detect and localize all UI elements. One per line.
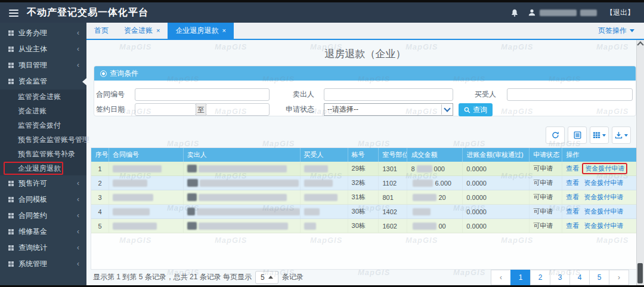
table-cell: 1 [91, 162, 109, 175]
chevron-left-icon: ‹ [77, 256, 79, 272]
sign-date-from-input[interactable] [135, 103, 196, 116]
next-page-button[interactable]: › [609, 270, 629, 285]
page-size-dropdown[interactable]: 5 [255, 271, 278, 284]
page-button-1[interactable]: 1 [510, 270, 531, 285]
sidebar-item-4[interactable]: 资金监管 [0, 73, 86, 90]
view-link[interactable]: 查看 [566, 221, 579, 230]
page-button-2[interactable]: 2 [530, 270, 550, 285]
bullet-circle-icon [100, 70, 107, 77]
fund-transfer-apply-link[interactable]: 资金拨付申请 [584, 207, 623, 216]
apply-status-label: 申请状态 [273, 103, 314, 116]
redacted-text [417, 165, 432, 172]
tab-close-icon[interactable]: × [156, 27, 160, 34]
table-cell [301, 176, 348, 190]
page-button-5[interactable]: 5 [589, 270, 609, 285]
bell-icon[interactable] [510, 8, 519, 17]
vertical-scrollbar[interactable] [636, 40, 644, 285]
table-row[interactable]: 331栋801200.0000可申请查看资金拨付申请 [91, 190, 637, 205]
sidebar-subitem-label: 监管资金进账 [18, 92, 61, 101]
table-cell: 5 [91, 219, 109, 233]
sidebar-item-14[interactable]: 维修基金‹ [0, 224, 86, 240]
scroll-up-arrow-icon[interactable] [637, 41, 643, 48]
page-button-3[interactable]: 3 [550, 270, 570, 285]
user-account[interactable] [528, 8, 597, 17]
sidebar-item-12[interactable]: 合同模板‹ [0, 192, 86, 208]
chevron-down-icon [624, 134, 628, 137]
prev-page-button[interactable]: ‹ [491, 270, 511, 285]
buyer-input[interactable] [507, 88, 633, 101]
sidebar-item-16[interactable]: 系统管理‹ [0, 256, 86, 272]
view-link[interactable]: 查看 [566, 207, 579, 216]
fund-transfer-apply-link[interactable]: 资金拨付申请 [584, 193, 623, 202]
page-title: 退房退款（企业） [86, 47, 644, 61]
select-arrow-icon [441, 104, 452, 115]
table-cell: 1402 [379, 205, 407, 218]
sidebar-subitem-9[interactable]: 预售监管账号补录 [0, 147, 86, 161]
menu-hamburger-icon[interactable] [9, 10, 18, 18]
fund-transfer-apply-link[interactable]: 资金拨付申请 [584, 221, 623, 230]
logout-button[interactable]: 【退出】 [606, 8, 634, 18]
table-row[interactable]: 129栋130180000.0000可申请查看资金拨付申请 [91, 162, 637, 176]
table-cell: 1102 [379, 176, 407, 190]
menu-grid-icon [8, 47, 14, 52]
contract-no-label: 合同编号 [94, 88, 125, 101]
sidebar-item-label: 系统管理 [18, 260, 47, 268]
tab-actions-dropdown[interactable]: 页签操作 [598, 23, 634, 39]
tab-3[interactable]: 企业退房退款× [168, 23, 233, 39]
amount-suffix: 6.000 [435, 180, 451, 187]
table-cell: 29栋 [348, 162, 379, 175]
amount-suffix: 00 [438, 223, 445, 230]
content-area: MapGISMapGISMapGISMapGISMapGISMapGISMapG… [86, 40, 644, 285]
sidebar-item-3[interactable]: 项目管理‹ [0, 57, 86, 73]
seller-input[interactable] [324, 88, 453, 101]
sidebar-subitem-8[interactable]: 预售资金监管账号管理 [0, 132, 86, 147]
table-header-row: 序号合同编号卖出人买受人栋号室号部位成交金额进账金额(审核通过)申请状态操作 [91, 148, 637, 162]
active-section-notch [82, 78, 86, 85]
pagination-bar: 显示第 1 到第 5 条记录，总共 21 条记录 每页显示 5 条记录 ‹123… [91, 270, 637, 285]
table-row[interactable]: 530栋1602000.0000可申请查看资金拨付申请 [91, 219, 637, 233]
tab-1[interactable]: 首页 [86, 23, 116, 39]
export-button[interactable] [612, 126, 631, 144]
sidebar-item-label: 项目管理 [18, 61, 47, 69]
toggle-view-button[interactable] [568, 126, 587, 144]
view-link[interactable]: 查看 [566, 193, 579, 202]
sidebar-subitem-5[interactable]: 监管资金进账 [0, 90, 86, 104]
export-icon [615, 131, 623, 139]
redacted-text [187, 165, 197, 172]
sidebar-item-13[interactable]: 合同签约‹ [0, 208, 86, 224]
fund-transfer-apply-link[interactable]: 资金拨付申请 [584, 178, 623, 187]
apply-status-select[interactable]: --请选择-- [324, 103, 453, 116]
table-cell: 1301 [379, 162, 407, 175]
table-row[interactable]: 232栋11026.0000.0000可申请查看资金拨付申请 [91, 176, 637, 190]
query-panel-title: 查询条件 [110, 66, 138, 81]
page-button-4[interactable]: 4 [569, 270, 590, 285]
chevron-down-icon [602, 134, 606, 137]
refresh-button[interactable] [546, 126, 565, 144]
columns-button[interactable] [590, 126, 609, 144]
sidebar-item-11[interactable]: 预售许可‹ [0, 175, 86, 192]
table-cell: 查看资金拨付申请 [562, 190, 637, 204]
search-button[interactable]: 查询 [459, 103, 493, 116]
table-cell: 30栋 [348, 219, 379, 233]
pagination-info: 显示第 1 到第 5 条记录，总共 21 条记录 每页显示 5 条记录 [93, 270, 304, 285]
sidebar-item-15[interactable]: 查询统计‹ [0, 240, 86, 256]
column-header: 室号部位 [379, 148, 407, 162]
table-cell: 0.0000 [463, 162, 530, 175]
sidebar-item-1[interactable]: 业务办理‹ [0, 25, 86, 41]
tab-2[interactable]: 资金进账× [116, 23, 168, 39]
chevron-left-icon: ‹ [77, 41, 79, 57]
view-link[interactable]: 查看 [566, 164, 579, 173]
chevron-left-icon: ‹ [77, 57, 79, 73]
sidebar-item-2[interactable]: 从业主体‹ [0, 41, 86, 57]
fund-transfer-apply-link[interactable]: 资金拨付申请 [585, 164, 624, 173]
contract-no-input[interactable] [135, 88, 270, 101]
sidebar-subitem-7[interactable]: 监管资金拨付 [0, 118, 86, 132]
sidebar-subitem-10[interactable]: 企业退房退款 [0, 161, 86, 175]
view-link[interactable]: 查看 [566, 178, 579, 187]
tab-close-icon[interactable]: × [222, 27, 225, 34]
table-row[interactable]: 430栋14020.0000可申请查看资金拨付申请 [91, 205, 637, 219]
sidebar-subitem-6[interactable]: 资金进账 [0, 104, 86, 118]
sign-date-to-input[interactable] [206, 103, 270, 116]
scrollbar-thumb[interactable] [637, 263, 643, 283]
table-cell: 6.000 [407, 176, 463, 190]
